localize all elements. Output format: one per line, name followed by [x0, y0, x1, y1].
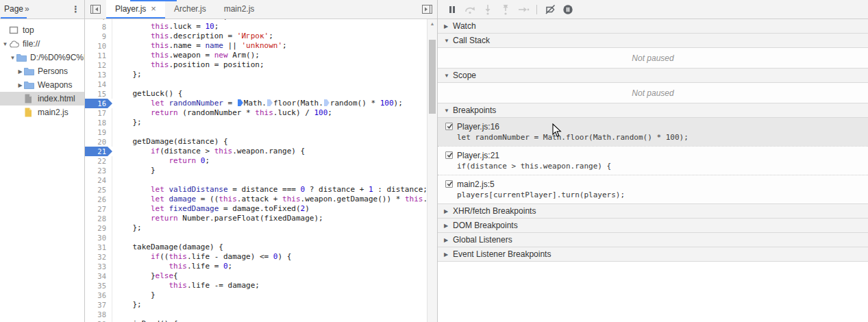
- tree-expanded-icon[interactable]: ▼: [9, 55, 16, 61]
- code-text[interactable]: getDamage(distance) {: [112, 137, 228, 147]
- line-number[interactable]: 38: [85, 310, 112, 319]
- code-text[interactable]: this.name = name || 'unknown';: [112, 41, 287, 51]
- code-text[interactable]: isDead() {: [112, 319, 178, 322]
- section-header-watch[interactable]: ▶Watch: [438, 19, 868, 34]
- step-into-button[interactable]: [479, 3, 497, 15]
- line-number[interactable]: 18: [85, 118, 112, 127]
- code-text[interactable]: [112, 175, 114, 185]
- line-number[interactable]: 26: [85, 195, 112, 204]
- line-number[interactable]: 27: [85, 204, 112, 214]
- code-text[interactable]: [112, 310, 114, 319]
- tree-item-persons[interactable]: ▶Persons: [0, 64, 84, 78]
- tree-item-d-d0-9c-d0[interactable]: ▼D:/%D0%9C%D0: [0, 51, 84, 64]
- section-header-event-listener-breakpoints[interactable]: ▶Event Listener Breakpoints: [438, 247, 868, 262]
- code-text[interactable]: return Number.parseFloat(fixedDamage);: [112, 214, 323, 223]
- code-text[interactable]: takeDamage(damage) {: [112, 243, 223, 252]
- code-text[interactable]: this.luck = 10;: [112, 22, 219, 32]
- step-over-button[interactable]: [461, 3, 479, 15]
- code-text[interactable]: };: [112, 70, 142, 79]
- inline-breakpoint-icon[interactable]: [238, 99, 243, 106]
- inline-breakpoint-candidate-icon[interactable]: [267, 99, 273, 106]
- breakpoint-line-number[interactable]: 21: [85, 147, 112, 156]
- tree-item-index-html[interactable]: index.html: [0, 92, 84, 106]
- breakpoint-checkbox[interactable]: [445, 151, 453, 159]
- code-text[interactable]: this.life -= damage;: [112, 281, 260, 290]
- section-header-global-listeners[interactable]: ▶Global Listeners: [438, 233, 868, 247]
- section-header-xhr-fetch-breakpoints[interactable]: ▶XHR/fetch Breakpoints: [438, 204, 868, 219]
- navigator-tab-page[interactable]: Page: [1, 0, 27, 18]
- line-number[interactable]: 32: [85, 252, 112, 262]
- scrollbar-thumb[interactable]: [429, 40, 436, 114]
- code-text[interactable]: return 0;: [112, 156, 210, 166]
- scrollbar-up-icon[interactable]: ▲: [427, 19, 437, 29]
- code-text[interactable]: let validDistanse = distance === 0 ? dis…: [112, 185, 427, 195]
- tree-item-top[interactable]: top: [0, 23, 84, 37]
- section-header-breakpoints[interactable]: ▼Breakpoints: [438, 103, 868, 118]
- line-number[interactable]: 8: [85, 22, 112, 32]
- inline-breakpoint-candidate-icon[interactable]: [324, 99, 330, 106]
- code-text[interactable]: }else{: [112, 271, 178, 281]
- line-number[interactable]: 24: [85, 175, 112, 185]
- pause-on-exceptions-button[interactable]: [559, 3, 577, 15]
- section-header-scope[interactable]: ▼Scope: [438, 69, 868, 83]
- more-tabs-icon[interactable]: »: [25, 0, 29, 18]
- navigator-menu-icon[interactable]: ⋮: [71, 0, 80, 18]
- code-text[interactable]: let fixedDamage = damage.toFixed(2): [112, 204, 310, 214]
- line-number[interactable]: 35: [85, 281, 112, 290]
- line-number[interactable]: 12: [85, 60, 112, 70]
- code-text[interactable]: };: [112, 223, 142, 233]
- code-text[interactable]: this.position = position;: [112, 60, 264, 70]
- step-button[interactable]: [514, 3, 532, 15]
- line-number[interactable]: 39: [85, 319, 112, 322]
- line-number[interactable]: 14: [85, 79, 112, 89]
- pause-button[interactable]: [443, 3, 461, 15]
- line-number[interactable]: 15: [85, 89, 112, 99]
- line-number[interactable]: 34: [85, 271, 112, 281]
- code-text[interactable]: return (randomNumber * this.luck) / 100;: [112, 108, 332, 118]
- line-number[interactable]: 31: [85, 243, 112, 252]
- breakpoint-checkbox[interactable]: [445, 180, 453, 188]
- line-number[interactable]: 17: [85, 108, 112, 118]
- line-number[interactable]: 33: [85, 262, 112, 271]
- line-number[interactable]: 13: [85, 70, 112, 79]
- section-header-dom-breakpoints[interactable]: ▶DOM Breakpoints: [438, 219, 868, 233]
- code-text[interactable]: this.weapon = new Arm();: [112, 51, 260, 60]
- collapse-navigator-icon[interactable]: [90, 3, 101, 15]
- step-out-button[interactable]: [497, 3, 514, 15]
- code-text[interactable]: this.description = 'Игрок';: [112, 32, 273, 41]
- breakpoint-checkbox[interactable]: [445, 123, 453, 130]
- deactivate-breakpoints-button[interactable]: [541, 3, 559, 15]
- tree-expanded-icon[interactable]: ▼: [1, 41, 9, 47]
- tab-close-icon[interactable]: ×: [151, 3, 156, 14]
- code-text[interactable]: if((this.life - damage) <= 0) {: [112, 252, 291, 262]
- code-text[interactable]: if(distance > this.weapon.range) {: [112, 147, 305, 156]
- line-number[interactable]: 20: [85, 137, 112, 147]
- code-text[interactable]: }: [112, 290, 156, 300]
- breakpoint-entry-player-js-21[interactable]: Player.js:21if(distance > this.weapon.ra…: [438, 146, 868, 175]
- line-number[interactable]: 10: [85, 41, 112, 51]
- line-number[interactable]: 22: [85, 156, 112, 166]
- tree-item-file-[interactable]: ▼file://: [0, 37, 84, 51]
- line-number[interactable]: 36: [85, 290, 112, 300]
- breakpoint-entry-player-js-16[interactable]: Player.js:16let randomNumber = Math.floo…: [438, 118, 868, 146]
- tree-item-weapons[interactable]: ▶Weapons: [0, 78, 84, 92]
- editor-tab-archer-js[interactable]: Archer.js: [165, 0, 215, 18]
- code-editor[interactable]: 7 this.attack = 10;8 this.luck = 10;9 th…: [85, 19, 437, 322]
- breakpoint-line-number[interactable]: 16: [85, 99, 112, 108]
- editor-scrollbar[interactable]: ▲: [427, 19, 437, 322]
- line-number[interactable]: 29: [85, 223, 112, 233]
- line-number[interactable]: 9: [85, 32, 112, 41]
- editor-tab-main2-js[interactable]: main2.js: [215, 0, 264, 18]
- line-number[interactable]: 25: [85, 185, 112, 195]
- line-number[interactable]: 37: [85, 300, 112, 310]
- expand-debugger-icon[interactable]: [421, 3, 433, 15]
- code-text[interactable]: this.life = 0;: [112, 262, 232, 271]
- code-text[interactable]: }: [112, 166, 156, 175]
- code-text[interactable]: [112, 127, 114, 137]
- breakpoint-entry-main2-js-5[interactable]: main2.js:5players[currentPlayer].turn(pl…: [438, 175, 868, 203]
- line-number[interactable]: 19: [85, 127, 112, 137]
- code-text[interactable]: let randomNumber = Math.floor(Math.rando…: [112, 99, 403, 108]
- tree-collapsed-icon[interactable]: ▶: [16, 69, 24, 75]
- code-text[interactable]: getLuck() {: [112, 89, 182, 99]
- code-text[interactable]: };: [112, 118, 142, 127]
